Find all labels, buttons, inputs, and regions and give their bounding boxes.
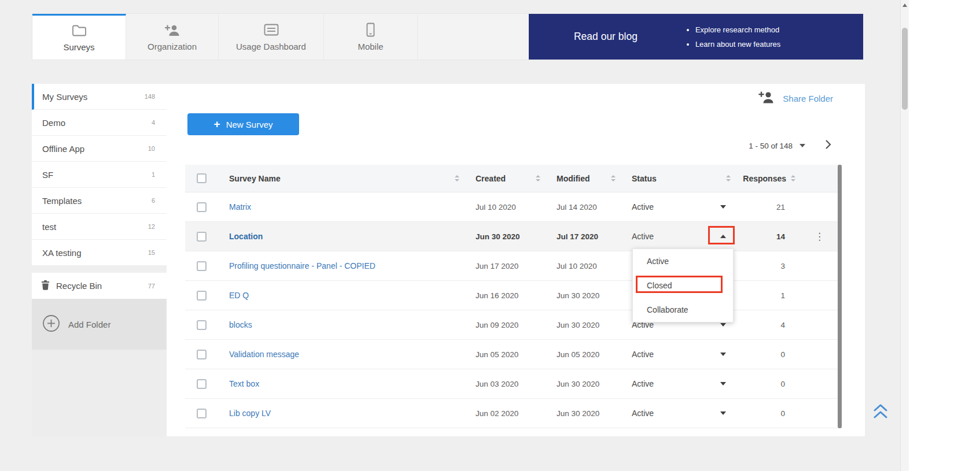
name-cell: Text box (218, 379, 464, 388)
mobile-icon (366, 23, 375, 38)
share-folder-button[interactable]: Share Folder (758, 91, 833, 106)
survey-name-link[interactable]: Matrix (229, 202, 251, 212)
scroll-to-top-button[interactable] (872, 403, 889, 422)
tab-label: Mobile (358, 42, 383, 51)
responses-cell: 4 (739, 321, 801, 329)
scrollbar-up-arrow-icon[interactable] (902, 3, 907, 7)
window-scrollbar-thumb[interactable] (902, 28, 908, 110)
share-folder-label: Share Folder (783, 94, 833, 103)
checkbox-cell (185, 232, 218, 242)
app-window: Surveys Organization Usage Dashboard Mob… (0, 0, 980, 471)
menu-cell: ⋮ (801, 201, 838, 213)
header-created[interactable]: Created (464, 174, 545, 183)
recycle-bin-count: 77 (148, 283, 155, 290)
row-checkbox[interactable] (197, 350, 207, 359)
status-dropdown-caret[interactable] (720, 205, 726, 209)
tab-surveys[interactable]: Surveys (32, 14, 126, 60)
folder-label: Demo (42, 118, 65, 128)
survey-name-link[interactable]: Text box (229, 379, 259, 388)
surveys-table: Survey Name Created Modified Status Resp… (185, 165, 842, 428)
tab-label: Usage Dashboard (236, 42, 306, 51)
new-survey-button[interactable]: + New Survey (187, 113, 299, 135)
row-checkbox[interactable] (197, 232, 207, 242)
folder-label: Templates (42, 196, 82, 206)
status-dropdown-caret[interactable] (720, 353, 726, 356)
table-row: Matrix Jul 10 2020 Jul 14 2020 Active 21… (185, 192, 842, 222)
row-menu-kebab-icon[interactable]: ⋮ (815, 231, 824, 243)
folder-icon (72, 23, 87, 38)
recycle-bin-label: Recycle Bin (56, 281, 102, 291)
sort-icon[interactable] (726, 175, 731, 181)
status-dropdown-caret[interactable] (720, 323, 726, 327)
plus-icon: + (214, 118, 220, 131)
menu-cell: ⋮ (801, 378, 838, 390)
sort-icon[interactable] (611, 175, 616, 181)
table-body: Matrix Jul 10 2020 Jul 14 2020 Active 21… (185, 192, 842, 428)
header-modified[interactable]: Modified (545, 174, 620, 183)
name-cell: Profiling questionnaire - Panel - COPIED (218, 261, 464, 270)
sort-icon[interactable] (536, 175, 540, 181)
responses-cell: 0 (739, 409, 801, 418)
tab-organization[interactable]: Organization (126, 14, 219, 60)
survey-name-link[interactable]: Lib copy LV (229, 409, 271, 418)
sort-icon[interactable] (455, 175, 459, 181)
survey-name-link[interactable]: Profiling questionnaire - Panel - COPIED (229, 261, 375, 270)
select-all-checkbox[interactable] (197, 173, 207, 183)
sort-icon[interactable] (791, 175, 795, 181)
header-survey-name[interactable]: Survey Name (218, 174, 464, 183)
status-dropdown-caret[interactable] (720, 382, 726, 385)
header-label: Responses (743, 174, 786, 183)
header-responses[interactable]: Responses (739, 174, 801, 183)
table-scrollbar[interactable] (838, 165, 842, 428)
blog-banner[interactable]: Read our blog Explore research methodLea… (529, 14, 863, 60)
status-value: Active (632, 202, 654, 212)
row-checkbox[interactable] (197, 379, 207, 389)
sidebar-folder-item[interactable]: My Surveys 148 (32, 84, 167, 110)
add-folder-button[interactable]: Add Folder (32, 299, 167, 350)
sidebar-folder-item[interactable]: test 12 (32, 214, 167, 240)
table-row: Profiling questionnaire - Panel - COPIED… (185, 251, 842, 281)
header-status[interactable]: Status (620, 174, 739, 183)
sidebar-folder-item[interactable]: XA testing 15 (32, 240, 167, 266)
responses-cell: 0 (739, 380, 801, 388)
status-dropdown-caret[interactable] (720, 411, 726, 415)
recycle-bin-item[interactable]: Recycle Bin 77 (32, 273, 167, 299)
table-header-row: Survey Name Created Modified Status Resp… (185, 165, 842, 192)
row-checkbox[interactable] (197, 291, 207, 301)
survey-name-link[interactable]: blocks (229, 320, 252, 329)
row-checkbox[interactable] (197, 261, 207, 271)
row-checkbox[interactable] (197, 320, 207, 330)
tab-mobile[interactable]: Mobile (324, 14, 418, 60)
plus-circle-icon (42, 314, 60, 334)
table-row: Lib copy LV Jun 02 2020 Jun 30 2020 Acti… (185, 399, 842, 428)
tab-label: Surveys (63, 42, 94, 52)
status-option[interactable]: Collaborate (633, 298, 733, 322)
table-row: Validation message Jun 05 2020 Jun 05 20… (185, 340, 842, 369)
menu-cell: ⋮ (801, 348, 838, 361)
sidebar-folder-item[interactable]: Offline App 10 (32, 136, 167, 162)
survey-name-link[interactable]: Validation message (229, 350, 299, 359)
checkbox-cell (185, 379, 218, 389)
status-option[interactable]: Active (633, 249, 733, 273)
survey-name-link[interactable]: Location (229, 232, 263, 241)
folder-count: 15 (148, 249, 155, 256)
folder-count: 10 (148, 145, 155, 152)
annotation-box-status-caret (708, 226, 735, 244)
table-row: Text box Jun 03 2020 Jun 30 2020 Active … (185, 369, 842, 399)
header-checkbox-cell (185, 173, 218, 183)
pagination-dropdown-caret[interactable] (800, 144, 805, 147)
row-checkbox[interactable] (197, 409, 207, 418)
sidebar-folder-item[interactable]: Demo 4 (32, 110, 167, 136)
name-cell: ED Q (218, 291, 464, 300)
add-folder-label: Add Folder (68, 320, 110, 329)
sidebar-folder-item[interactable]: SF 1 (32, 162, 167, 188)
created-cell: Jun 16 2020 (464, 291, 545, 300)
folder-label: test (42, 222, 56, 232)
sidebar-folder-item[interactable]: Templates 6 (32, 188, 167, 214)
created-cell: Jun 17 2020 (464, 262, 545, 270)
survey-name-link[interactable]: ED Q (229, 291, 249, 300)
row-checkbox[interactable] (197, 202, 207, 212)
tab-usage-dashboard[interactable]: Usage Dashboard (219, 14, 324, 60)
status-value: Active (632, 379, 654, 388)
next-page-chevron-icon[interactable] (825, 139, 831, 152)
